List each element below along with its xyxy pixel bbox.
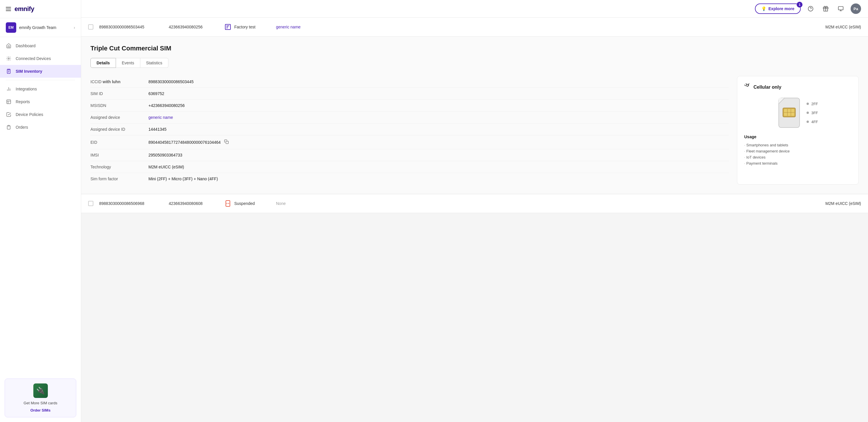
sidebar-label-device-policies: Device Policies	[16, 112, 43, 117]
usage-list: Smartphones and tablets Fleet management…	[744, 142, 851, 166]
row-iccid-2: 89883030000086506968	[99, 201, 163, 206]
sidebar-item-sim-inventory[interactable]: SIM Inventory	[0, 65, 81, 78]
technology-value: M2M eUICC (eSIM)	[149, 165, 184, 169]
row-status-2: Suspended	[224, 199, 270, 207]
gift-button[interactable]	[820, 3, 831, 14]
iccid-value: 89883030000086503445	[149, 79, 194, 84]
promo-text: Get More SIM cards	[24, 401, 57, 405]
sim-size-3ff: 3FF	[807, 111, 818, 115]
sim-id-label: SIM ID	[90, 91, 149, 96]
sidebar-item-orders[interactable]: Orders	[0, 121, 81, 134]
promo-image: 🔌	[33, 384, 48, 398]
settings-button[interactable]	[836, 3, 846, 14]
usage-item-3: IoT devices	[744, 154, 851, 160]
chevron-right-icon: ›	[74, 25, 75, 30]
reports-icon	[6, 99, 11, 105]
detail-panel: Triple Cut Commercial SIM Details Events…	[81, 36, 868, 194]
field-iccid: ICCID with luhn 89883030000086503445	[90, 76, 729, 88]
sidebar-item-dashboard[interactable]: Dashboard	[0, 39, 81, 52]
help-button[interactable]	[805, 3, 816, 14]
detail-title: Triple Cut Commercial SIM	[90, 45, 859, 52]
row-checkbox-1[interactable]	[88, 24, 93, 30]
field-msisdn: MSISDN +423663940080256	[90, 100, 729, 111]
factory-test-icon	[224, 23, 232, 31]
suspended-icon	[224, 199, 232, 207]
row-device-1[interactable]: generic name	[276, 24, 322, 30]
sidebar-item-reports[interactable]: Reports	[0, 95, 81, 108]
table-row-2[interactable]: 89883030000086506968 423663940080608 Sus…	[81, 194, 868, 213]
tab-statistics[interactable]: Statistics	[140, 58, 168, 68]
sidebar-item-device-policies[interactable]: Device Policies	[0, 108, 81, 121]
sim-id-value: 6369752	[149, 91, 164, 96]
sidebar-label-connected-devices: Connected Devices	[16, 56, 51, 61]
tab-details[interactable]: Details	[90, 58, 116, 68]
svg-rect-8	[226, 141, 228, 144]
sidebar: emnify EM emnify Growth Team › Dashboard…	[0, 0, 81, 422]
field-eid: EID 89044045817727484800000076104464	[90, 135, 729, 149]
field-assigned-device: Assigned device generic name	[90, 111, 729, 124]
sidebar-label-integrations: Integrations	[16, 87, 37, 91]
copy-eid-button[interactable]	[223, 139, 230, 145]
row-msisdn-2: 423663940080608	[169, 201, 218, 206]
row-type-1: M2M eUICC (eSIM)	[826, 25, 861, 29]
home-icon	[6, 43, 11, 49]
cellular-label: Cellular only	[753, 85, 781, 90]
main-content: 💡 Explore more 1 Pa 89883030000086503445…	[81, 0, 868, 422]
usage-section: Usage Smartphones and tablets Fleet mana…	[744, 134, 851, 166]
usage-item-2: Fleet management device	[744, 148, 851, 154]
lightbulb-icon: 💡	[761, 6, 766, 11]
imsi-label: IMSI	[90, 153, 149, 157]
explore-badge: 1	[797, 2, 803, 7]
field-imsi: IMSI 295050903364733	[90, 149, 729, 161]
cellular-header: Cellular only	[744, 83, 851, 91]
sidebar-item-integrations[interactable]: Integrations	[0, 83, 81, 95]
sim-icon	[6, 68, 11, 74]
sidebar-promo: 🔌 Get More SIM cards Order SIMs	[5, 379, 76, 417]
devices-icon	[6, 56, 11, 61]
explore-more-button[interactable]: 💡 Explore more 1	[755, 3, 801, 14]
row-checkbox-2[interactable]	[88, 201, 93, 206]
assigned-device-id-value: 14441345	[149, 127, 166, 132]
user-avatar[interactable]: Pa	[850, 3, 861, 14]
sidebar-header: emnify	[0, 0, 81, 18]
assigned-device-value: generic name	[149, 115, 173, 120]
row-msisdn-1: 423663940080256	[169, 25, 218, 29]
row-status-label-1: Factory test	[234, 25, 255, 29]
row-status-1: Factory test	[224, 23, 270, 31]
usage-title: Usage	[744, 134, 851, 139]
policies-icon	[6, 111, 11, 118]
eid-value: 89044045817727484800000076104464	[149, 139, 230, 145]
order-sims-link[interactable]: Order SIMs	[30, 408, 51, 413]
assigned-device-id-label: Assigned device ID	[90, 127, 149, 132]
menu-toggle-button[interactable]	[6, 7, 11, 11]
assigned-device-label: Assigned device	[90, 115, 149, 120]
field-sim-form-factor: Sim form factor Mini (2FF) + Micro (3FF)…	[90, 173, 729, 185]
sim-card-image	[778, 97, 801, 129]
svg-rect-3	[8, 125, 9, 126]
sim-size-2ff: 2FF	[807, 102, 818, 106]
device-link-1[interactable]: generic name	[276, 25, 301, 29]
integrations-icon	[6, 86, 11, 92]
svg-point-0	[8, 58, 9, 59]
team-avatar: EM	[6, 22, 16, 33]
sidebar-item-connected-devices[interactable]: Connected Devices	[0, 52, 81, 65]
eid-label: EID	[90, 140, 149, 144]
sidebar-label-orders: Orders	[16, 125, 28, 130]
table-row[interactable]: 89883030000086503445 423663940080256 Fac…	[81, 18, 868, 36]
msisdn-label: MSISDN	[90, 103, 149, 108]
field-technology: Technology M2M eUICC (eSIM)	[90, 161, 729, 173]
team-selector[interactable]: EM emnify Growth Team ›	[0, 18, 81, 37]
svg-rect-6	[838, 7, 843, 10]
usage-item-4: Payment terminals	[744, 160, 851, 166]
row-device-2: None	[276, 201, 322, 206]
detail-tabs: Details Events Statistics	[90, 58, 859, 68]
sim-size-4ff: 4FF	[807, 120, 818, 124]
row-status-label-2: Suspended	[234, 201, 255, 206]
field-sim-id: SIM ID 6369752	[90, 88, 729, 100]
assigned-device-link[interactable]: generic name	[149, 115, 173, 120]
sim-sizes: 2FF 3FF 4FF	[807, 102, 818, 124]
sim-form-factor-value: Mini (2FF) + Micro (3FF) + Nano (4FF)	[149, 176, 218, 181]
tab-events[interactable]: Events	[116, 58, 140, 68]
usage-item-1: Smartphones and tablets	[744, 142, 851, 148]
sidebar-label-dashboard: Dashboard	[16, 43, 36, 48]
